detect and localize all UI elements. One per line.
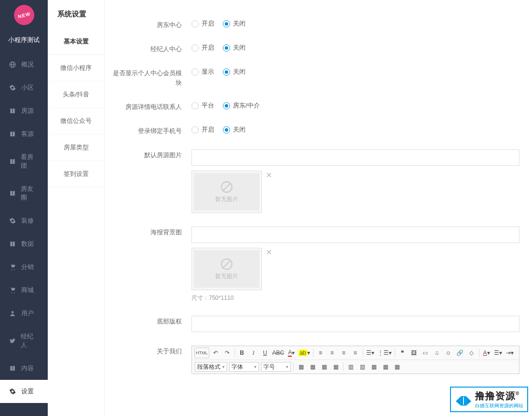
editor-indent-button[interactable]: ⇥▾ [505, 348, 515, 358]
editor-fontcolor2-button[interactable]: A▾ [481, 348, 492, 358]
label-poster-bg: 海报背景图 [109, 227, 191, 237]
main-menu-item-2[interactable]: 房源 [0, 99, 48, 122]
editor-table-button[interactable]: ▦ [296, 362, 306, 372]
editor-redo-button[interactable]: ↷ [222, 348, 232, 358]
editor-align-center-button[interactable]: ≡ [327, 348, 338, 358]
editor-cell-merge-button[interactable]: ▦ [368, 362, 379, 372]
editor-cell-split-button[interactable]: ▦ [380, 362, 391, 372]
remove-default-img[interactable]: ✕ [266, 171, 272, 180]
editor-row-before-button[interactable]: ▦ [319, 362, 329, 372]
editor-align-right-button[interactable]: ≡ [339, 348, 349, 358]
row-login: 登录绑定手机号 开启 关闭 [105, 125, 532, 136]
radio-agent-on[interactable]: 开启 [191, 43, 214, 52]
row-agent: 经纪人中心 开启 关闭 [105, 43, 532, 54]
menu-label: 小区 [21, 83, 34, 92]
editor-lineheight-button[interactable]: ☰▾ [493, 348, 504, 358]
editor-music-button[interactable]: ♫ [432, 348, 442, 358]
row-personal: 是否显示个人中心会员模块 显示 关闭 [105, 67, 532, 88]
editor-image-button[interactable]: 🖼 [409, 348, 419, 358]
editor-size-select[interactable]: 字号 [261, 362, 291, 372]
input-poster-bg[interactable] [191, 227, 519, 243]
editor-underline-button[interactable]: U [260, 348, 271, 358]
sub-menu-item-5[interactable]: 签到设置 [48, 161, 104, 188]
main-sidebar: NEW 小程序测试 概况小区房源客源看房团房友圈装修数据分销商城用户经纪人内容设… [0, 0, 48, 416]
svg-marker-9 [456, 396, 461, 405]
input-default-img[interactable] [191, 149, 519, 166]
menu-label: 分销 [21, 263, 34, 271]
menu-label: 经纪人 [21, 332, 39, 349]
sub-menu-item-2[interactable]: 头条/抖音 [48, 81, 104, 108]
radio-landlord-off[interactable]: 关闭 [223, 19, 246, 28]
radio-landlord-on[interactable]: 开启 [191, 19, 214, 28]
label-login: 登录绑定手机号 [109, 125, 191, 136]
editor-bold-button[interactable]: B [237, 348, 247, 358]
watermark-title: 撸撸资源 [475, 390, 516, 401]
editor-table-delete-button[interactable]: ▦ [307, 362, 318, 372]
input-copyright[interactable] [191, 316, 519, 332]
twitter-icon [9, 337, 16, 344]
editor-forecolor-button[interactable]: A▾ [286, 348, 297, 358]
main-menu-item-9[interactable]: 商城 [0, 279, 48, 302]
radio-login-on[interactable]: 开启 [191, 125, 214, 134]
main-menu-item-6[interactable]: 装修 [0, 209, 48, 232]
editor-strike-button[interactable]: ABC [272, 348, 286, 358]
radio-agent-off[interactable]: 关闭 [223, 43, 246, 52]
main-menu-item-1[interactable]: 小区 [0, 76, 48, 99]
row-contact: 房源详情电话联系人 平台 房东/中介 [105, 101, 532, 112]
editor-cell-del-button[interactable]: ▦ [392, 362, 402, 372]
radio-personal-show[interactable]: 显示 [191, 67, 214, 76]
no-image-icon [220, 258, 233, 270]
logo-area: NEW [0, 0, 48, 30]
main-menu-item-11[interactable]: 经纪人 [0, 325, 48, 357]
editor-italic-button[interactable]: I [248, 348, 259, 358]
sub-menu-item-1[interactable]: 微信小程序 [48, 55, 104, 81]
editor-quote-button[interactable]: ❝ [397, 348, 408, 358]
menu-label: 装修 [21, 216, 34, 225]
svg-line-5 [223, 183, 230, 190]
main-menu-item-4[interactable]: 看房团 [0, 146, 48, 177]
editor-link-button[interactable]: 🔗 [455, 348, 465, 358]
editor-align-left-button[interactable]: ≡ [315, 348, 326, 358]
preview-default-img[interactable]: 暂无图片 [191, 171, 262, 213]
radio-contact-platform[interactable]: 平台 [191, 101, 214, 110]
main-menu-item-10[interactable]: 用户 [0, 302, 48, 325]
editor-paragraph-select[interactable]: 段落格式 [195, 362, 227, 372]
book-icon [9, 131, 16, 137]
no-image-icon [220, 181, 233, 193]
radio-personal-off[interactable]: 关闭 [223, 67, 246, 76]
editor-ul-button[interactable]: ⋮☰▾ [377, 348, 393, 358]
editor-col-before-button[interactable]: ▥ [345, 362, 356, 372]
editor-ol-button[interactable]: ☰▾ [365, 348, 376, 358]
main-menu-item-7[interactable]: 数据 [0, 232, 48, 255]
remove-poster-bg[interactable]: ✕ [266, 248, 272, 257]
main-menu-item-3[interactable]: 客源 [0, 122, 48, 146]
editor-col-after-button[interactable]: ▥ [357, 362, 368, 372]
cart-icon [9, 287, 16, 294]
editor-align-justify-button[interactable]: ≡ [350, 348, 361, 358]
user-icon [9, 310, 16, 317]
gear-icon [9, 388, 16, 395]
rich-editor-toolbar: HTML ↶ ↷ B I U ABC A▾ ab▾ ≡ ≡ ≡ [191, 346, 519, 374]
main-menu-item-5[interactable]: 房友圈 [0, 177, 48, 209]
editor-backcolor-button[interactable]: ab▾ [298, 348, 311, 358]
main-menu-item-0[interactable]: 概况 [0, 53, 48, 76]
sub-sidebar: 系统设置 基本设置微信小程序头条/抖音微信公众号房屋类型签到设置 [48, 0, 105, 416]
editor-clear-button[interactable]: ◇ [466, 348, 477, 358]
preview-poster-bg[interactable]: 暂无图片 [191, 248, 262, 290]
editor-html-button[interactable]: HTML [194, 348, 209, 358]
editor-row-after-button[interactable]: ▦ [330, 362, 341, 372]
sub-menu-item-4[interactable]: 房屋类型 [48, 134, 104, 161]
label-landlord: 房东中心 [109, 19, 191, 30]
watermark-reg: ® [516, 391, 519, 396]
sub-menu-item-0[interactable]: 基本设置 [48, 28, 104, 55]
editor-undo-button[interactable]: ↶ [210, 348, 221, 358]
radio-contact-owner[interactable]: 房东/中介 [223, 101, 260, 110]
editor-font-select[interactable]: 字体 [229, 362, 259, 372]
radio-login-off[interactable]: 关闭 [223, 125, 246, 134]
editor-emoji-button[interactable]: ☺ [443, 348, 454, 358]
editor-video-button[interactable]: ▭ [420, 348, 431, 358]
main-menu-item-13[interactable]: 设置 [0, 380, 48, 403]
main-menu-item-8[interactable]: 分销 [0, 255, 48, 279]
main-menu-item-12[interactable]: 内容 [0, 357, 48, 380]
sub-menu-item-3[interactable]: 微信公众号 [48, 108, 104, 134]
